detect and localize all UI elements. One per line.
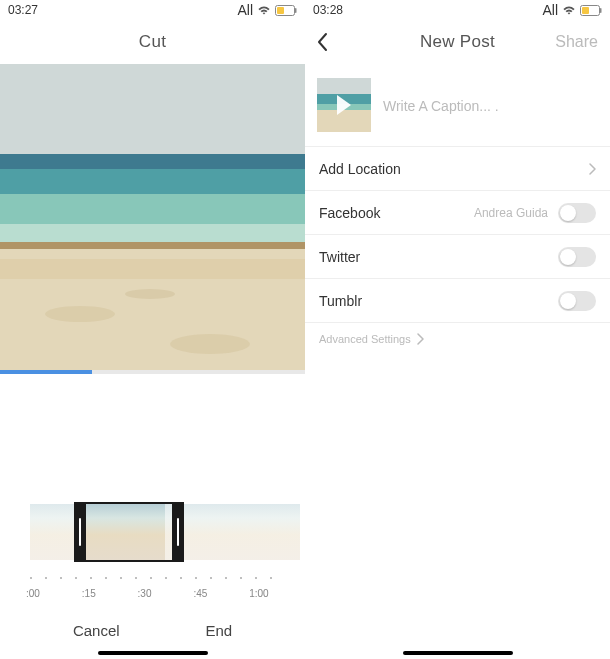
share-tumblr-row: Tumblr <box>305 279 610 323</box>
nav-bar: New Post Share <box>305 20 610 64</box>
trim-handle-end[interactable] <box>172 502 184 562</box>
tick-label: :30 <box>138 588 194 599</box>
svg-rect-3 <box>0 64 305 159</box>
bottom-actions: Cancel End <box>0 622 305 639</box>
wifi-icon <box>562 5 576 15</box>
timeline-frame <box>255 504 300 560</box>
video-frame-image <box>0 64 305 374</box>
cancel-button[interactable]: Cancel <box>73 622 120 639</box>
end-button[interactable]: End <box>205 622 232 639</box>
twitter-toggle[interactable] <box>558 247 596 267</box>
screen-new-post: 03:28 All New Post Share <box>305 0 610 659</box>
row-subtext: Andrea Guida <box>474 206 548 220</box>
home-indicator[interactable] <box>98 651 208 655</box>
status-network-label: All <box>542 2 558 18</box>
status-bar: 03:27 All <box>0 0 305 20</box>
status-bar: 03:28 All <box>305 0 610 20</box>
svg-rect-1 <box>295 8 297 13</box>
page-title: Cut <box>139 32 166 52</box>
share-button[interactable]: Share <box>555 33 598 51</box>
status-network-label: All <box>237 2 253 18</box>
svg-rect-10 <box>0 259 305 279</box>
screen-cut: 03:27 All Cut <box>0 0 305 659</box>
chevron-right-icon <box>417 333 424 345</box>
svg-point-12 <box>170 334 250 354</box>
timeline-frame <box>30 504 75 560</box>
caption-input[interactable] <box>383 78 598 132</box>
page-title: New Post <box>420 32 495 52</box>
timeline-strip[interactable] <box>0 504 305 560</box>
timeline-labels: :00 :15 :30 :45 1:00 <box>0 588 305 599</box>
battery-icon <box>275 5 297 16</box>
trim-border <box>74 502 184 504</box>
row-label: Twitter <box>319 249 360 265</box>
add-location-row[interactable]: Add Location <box>305 147 610 191</box>
tick-label: :00 <box>26 588 82 599</box>
status-time: 03:28 <box>313 3 343 17</box>
playback-progress[interactable] <box>0 370 305 374</box>
playback-progress-fill <box>0 370 92 374</box>
share-twitter-row: Twitter <box>305 235 610 279</box>
facebook-toggle[interactable] <box>558 203 596 223</box>
play-icon <box>337 95 351 115</box>
svg-point-13 <box>125 289 175 299</box>
timeline-frame <box>210 504 255 560</box>
tumblr-toggle[interactable] <box>558 291 596 311</box>
timeline: :00 :15 :30 :45 1:00 <box>0 504 305 599</box>
tick-label: :45 <box>193 588 249 599</box>
svg-rect-15 <box>600 8 602 13</box>
timeline-ticks <box>0 568 305 588</box>
wifi-icon <box>257 5 271 15</box>
status-time: 03:27 <box>8 3 38 17</box>
home-indicator[interactable] <box>403 651 513 655</box>
video-preview[interactable] <box>0 64 305 374</box>
nav-bar: Cut <box>0 20 305 64</box>
svg-point-11 <box>45 306 115 322</box>
chevron-right-icon <box>589 163 596 175</box>
row-label: Tumblr <box>319 293 362 309</box>
chevron-left-icon <box>317 32 329 52</box>
add-location-label: Add Location <box>319 161 401 177</box>
advanced-settings-label: Advanced Settings <box>319 333 411 345</box>
compose-area <box>305 64 610 147</box>
status-right: All <box>237 2 297 18</box>
svg-rect-17 <box>317 78 371 96</box>
tick-label: :15 <box>82 588 138 599</box>
back-button[interactable] <box>317 32 329 52</box>
timeline-frame <box>120 504 165 560</box>
svg-rect-16 <box>582 7 589 14</box>
advanced-settings-link[interactable]: Advanced Settings <box>305 323 610 355</box>
share-facebook-row: Facebook Andrea Guida <box>305 191 610 235</box>
tick-label: 1:00 <box>249 588 305 599</box>
battery-icon <box>580 5 602 16</box>
trim-handle-start[interactable] <box>74 502 86 562</box>
video-thumbnail[interactable] <box>317 78 371 132</box>
status-right: All <box>542 2 602 18</box>
row-label: Facebook <box>319 205 380 221</box>
svg-rect-2 <box>277 7 284 14</box>
trim-border <box>74 560 184 562</box>
